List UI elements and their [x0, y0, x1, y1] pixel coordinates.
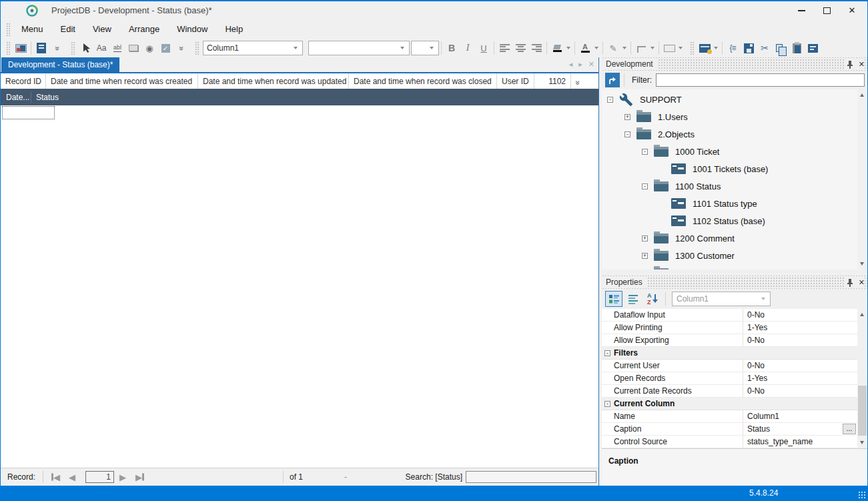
panel-close-icon[interactable]: ✕: [859, 60, 865, 69]
menu-item-arrange[interactable]: Arrange: [120, 21, 168, 37]
grid-column-status[interactable]: Status: [31, 93, 59, 102]
previous-record-button[interactable]: ◀: [69, 472, 75, 482]
property-value[interactable]: status_type_name: [743, 437, 867, 446]
select-pointer-button[interactable]: [77, 40, 93, 56]
pin-icon[interactable]: [847, 60, 853, 69]
panel-splitter[interactable]: [602, 270, 867, 276]
caption-ellipsis-button[interactable]: ...: [843, 424, 856, 434]
properties-column-combobox[interactable]: Column1: [672, 292, 771, 306]
property-value[interactable]: Column1: [743, 412, 867, 421]
tab-close-button[interactable]: ✕: [588, 60, 594, 69]
datasheet-dropdown[interactable]: [714, 47, 718, 49]
underline-button[interactable]: U: [476, 40, 492, 56]
tree-expander[interactable]: -: [624, 131, 630, 137]
record-number-input[interactable]: [85, 471, 114, 483]
development-panel-header[interactable]: Development ✕: [602, 57, 867, 71]
property-row-dataflow-input[interactable]: Dataflow Input 0-No: [602, 309, 867, 322]
property-value[interactable]: 0-No: [743, 336, 867, 345]
tree-expander[interactable]: -: [642, 183, 648, 189]
property-group-filters[interactable]: - Filters: [602, 347, 867, 360]
group-expander[interactable]: -: [604, 350, 610, 356]
menu-item-help[interactable]: Help: [216, 21, 252, 37]
outline-button[interactable]: {≡: [725, 40, 741, 56]
categorized-view-button[interactable]: [605, 291, 622, 307]
toolbar-grip-2[interactable]: [71, 41, 75, 55]
search-input[interactable]: [466, 471, 596, 483]
column-combobox[interactable]: Column1: [203, 41, 303, 55]
field-overflow-icon[interactable]: »: [570, 78, 582, 87]
property-row-name[interactable]: Name Column1: [602, 410, 867, 423]
align-center-button[interactable]: [512, 40, 528, 56]
tree-item-users[interactable]: + 1.Users: [602, 108, 867, 125]
pin-icon[interactable]: [847, 278, 853, 287]
fill-color-dropdown[interactable]: [566, 47, 570, 49]
toolbar-grip-4[interactable]: [690, 41, 695, 55]
property-value[interactable]: 1-Yes: [743, 374, 867, 383]
sort-az-button[interactable]: AZ: [644, 291, 661, 307]
property-value[interactable]: 0-No: [743, 386, 867, 396]
tab-development-status-base[interactable]: Development - Status (base)*: [1, 57, 119, 73]
property-value[interactable]: 0-No: [743, 310, 867, 320]
tree-item-1001-tickets-base[interactable]: 1001 Tickets (base): [602, 160, 867, 177]
toolbar-grip-3[interactable]: [195, 41, 199, 55]
property-value[interactable]: 0-No: [743, 361, 867, 370]
shape-button[interactable]: [661, 40, 677, 56]
tree-item-1102-status-base[interactable]: 1102 Status (base): [602, 212, 867, 229]
datasheet-button[interactable]: [697, 40, 713, 56]
group-expander[interactable]: -: [604, 401, 610, 407]
tree-item-1000-ticket[interactable]: - 1000 Ticket: [602, 143, 867, 160]
field-header-1102[interactable]: 1102: [534, 73, 571, 89]
open-object-button[interactable]: [605, 73, 620, 87]
first-record-button[interactable]: ◀: [51, 472, 60, 482]
border-style-dropdown[interactable]: [650, 47, 655, 49]
property-grid-scrollbar[interactable]: [857, 309, 867, 448]
shape-dropdown[interactable]: [679, 47, 683, 49]
font-color-button[interactable]: A: [577, 40, 593, 56]
tree-item-1400-clipped[interactable]: + 1400 U: [602, 264, 867, 270]
tree-item-1300-customer[interactable]: + 1300 Customer: [602, 247, 867, 264]
tab-scroll-left-button[interactable]: ◂: [569, 60, 573, 69]
save-button[interactable]: [741, 40, 757, 56]
pen-color-dropdown[interactable]: [622, 47, 626, 49]
button-tool-button[interactable]: [125, 40, 141, 56]
border-style-button[interactable]: [633, 40, 649, 56]
tree-expander[interactable]: -: [642, 149, 648, 155]
form-object-overflow-button[interactable]: »: [49, 40, 65, 56]
tree-expander[interactable]: +: [642, 253, 648, 259]
close-button[interactable]: ✕: [839, 3, 865, 19]
grid-column-date[interactable]: Date...: [1, 93, 31, 102]
insert-image-button[interactable]: [13, 40, 29, 56]
textbox-tool-button[interactable]: abl: [109, 40, 125, 56]
radio-tool-button[interactable]: ◉: [141, 40, 157, 56]
property-row-control-source[interactable]: Control Source status_type_name: [602, 436, 867, 448]
field-header-record-id[interactable]: Record ID: [1, 73, 46, 89]
last-record-button[interactable]: ▶: [135, 472, 144, 482]
label-tool-button[interactable]: Aa: [93, 40, 109, 56]
align-right-button[interactable]: [528, 40, 544, 56]
tree-item-1100-status[interactable]: - 1100 Status: [602, 177, 867, 195]
tab-scroll-right-button[interactable]: ▸: [578, 60, 582, 69]
property-group-current-column[interactable]: - Current Column: [602, 398, 867, 410]
properties-panel-header[interactable]: Properties ✕: [602, 276, 867, 289]
menubar-grip[interactable]: [6, 23, 11, 36]
tree-item-1101-status-type[interactable]: 1101 Status type: [602, 195, 867, 212]
cut-button[interactable]: ✂: [757, 40, 773, 56]
align-left-button[interactable]: [496, 40, 512, 56]
alphabetical-view-button[interactable]: [624, 291, 642, 307]
tree-expander[interactable]: -: [607, 97, 613, 103]
pen-color-button[interactable]: ✎: [605, 40, 621, 56]
grid-canvas[interactable]: [1, 105, 598, 468]
tree-item-1200-comment[interactable]: + 1200 Comment: [602, 229, 867, 247]
menu-item-menu[interactable]: Menu: [13, 21, 52, 37]
focused-cell[interactable]: [2, 106, 55, 119]
property-row-allow-exporting[interactable]: Allow Exporting 0-No: [602, 334, 867, 347]
field-header-created[interactable]: Date and time when record was created: [46, 73, 198, 89]
font-combobox[interactable]: [308, 41, 410, 55]
property-row-allow-printing[interactable]: Allow Printing 1-Yes: [602, 322, 867, 334]
panel-close-icon[interactable]: ✕: [859, 278, 865, 287]
property-row-open-records[interactable]: Open Records 1-Yes: [602, 372, 867, 385]
toolbar-grip-1[interactable]: [6, 41, 11, 55]
field-header-updated[interactable]: Date and time when record was updated: [198, 73, 349, 89]
bold-button[interactable]: B: [444, 40, 460, 56]
maximize-button[interactable]: [814, 3, 839, 19]
